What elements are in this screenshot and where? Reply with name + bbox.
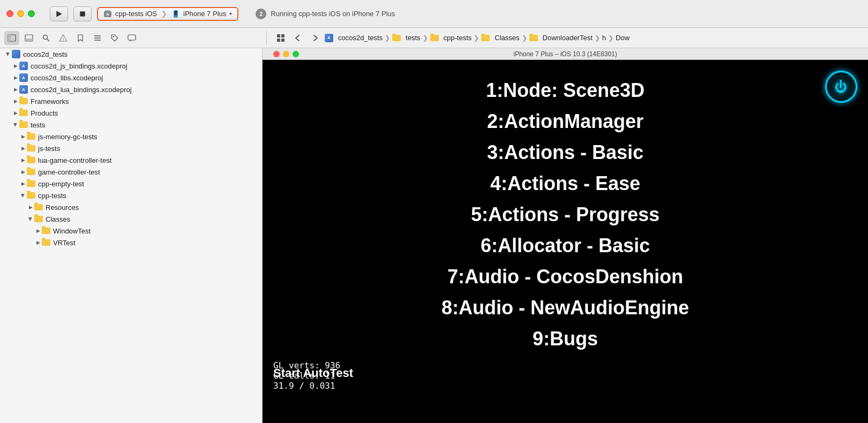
breadcrumb-item-4[interactable]: Classes bbox=[481, 34, 519, 42]
close-button[interactable] bbox=[6, 10, 13, 17]
svg-point-7 bbox=[175, 16, 176, 17]
xcodeproj-icon: A bbox=[19, 62, 28, 70]
stop-button[interactable] bbox=[73, 6, 92, 21]
folder-icon bbox=[481, 35, 490, 41]
sidebar-item-cocos2d_lua_bindings[interactable]: ▶ A cocos2d_lua_bindings.xcodeproj bbox=[0, 84, 262, 95]
power-button[interactable]: ⏻ bbox=[825, 71, 857, 103]
sidebar-item-cpp-empty-test[interactable]: ▶ cpp-empty-test bbox=[0, 178, 262, 190]
folder-icon bbox=[430, 35, 439, 41]
stat-line-2: GL calls: 11 bbox=[273, 371, 340, 381]
folder-icon bbox=[27, 169, 35, 175]
sidebar-item-cpp-tests[interactable]: ▶ cpp-tests bbox=[0, 190, 262, 201]
breadcrumb-bar: A cocos2d_tests ❯ tests ❯ cpp-tests ❯ Cl… bbox=[325, 34, 630, 42]
sidebar-item-cocos2d_tests[interactable]: ▶ cocos2d_tests bbox=[0, 48, 262, 60]
stat-line-1: GL verts: 936 bbox=[273, 360, 340, 371]
menu-item-5[interactable]: 5:Actions - Progress bbox=[471, 200, 660, 229]
folder-icon bbox=[392, 35, 401, 41]
minimize-button[interactable] bbox=[17, 10, 24, 17]
comment-btn[interactable] bbox=[124, 31, 139, 45]
svg-text:A: A bbox=[106, 12, 109, 16]
folder-icon bbox=[34, 204, 43, 210]
scheme-selector[interactable]: A cpp-tests iOS ❯ iPhone 7 Plus ▾ bbox=[97, 7, 238, 21]
list-btn[interactable] bbox=[90, 31, 105, 45]
menu-item-8[interactable]: 8:Audio - NewAudioEngine bbox=[442, 293, 689, 322]
search-btn[interactable] bbox=[39, 31, 54, 45]
sidebar-item-resources[interactable]: ▶ Resources bbox=[0, 201, 262, 213]
run-button[interactable] bbox=[50, 6, 68, 21]
maximize-button[interactable] bbox=[28, 10, 35, 17]
navigator-btn[interactable] bbox=[4, 31, 19, 45]
debug-area-btn[interactable] bbox=[21, 31, 36, 45]
svg-text:!: ! bbox=[63, 37, 64, 42]
expand-arrow: ▶ bbox=[19, 192, 27, 199]
expand-arrow: ▶ bbox=[12, 109, 19, 117]
breadcrumb-item-1[interactable]: A cocos2d_tests bbox=[325, 34, 383, 42]
bookmark-btn[interactable] bbox=[73, 31, 88, 45]
main-content: ▶ cocos2d_tests ▶ A cocos2d_js_bindings.… bbox=[0, 48, 868, 423]
folder-icon bbox=[529, 35, 538, 41]
toolbar-left: ! bbox=[4, 31, 267, 45]
breadcrumb-item-3[interactable]: cpp-tests bbox=[430, 34, 472, 42]
device-name: iPhone 7 Plus bbox=[183, 10, 226, 18]
sidebar-item-products[interactable]: ▶ Products bbox=[0, 107, 262, 119]
breadcrumb-item-7[interactable]: Dow bbox=[616, 34, 630, 42]
breadcrumb-item-2[interactable]: tests bbox=[392, 34, 420, 42]
menu-item-6[interactable]: 6:Allocator - Basic bbox=[481, 231, 650, 260]
overlay-stats: GL verts: 936 GL calls: 11 31.9 / 0.031 bbox=[273, 360, 340, 391]
sidebar-item-lua-game-controller-test[interactable]: ▶ lua-game-controller-test bbox=[0, 154, 262, 166]
title-bar: A cpp-tests iOS ❯ iPhone 7 Plus ▾ 2 Runn… bbox=[0, 0, 868, 28]
menu-item-2[interactable]: 2:ActionManager bbox=[487, 107, 643, 136]
expand-arrow: ▶ bbox=[19, 168, 27, 176]
sidebar-item-windowtest[interactable]: ▶ WindowTest bbox=[0, 225, 262, 237]
xcodeproj-icon: A bbox=[19, 73, 28, 82]
sidebar-item-game-controller-test[interactable]: ▶ game-controller-test bbox=[0, 166, 262, 178]
back-btn[interactable] bbox=[290, 31, 305, 45]
svg-rect-22 bbox=[281, 34, 285, 37]
menu-item-7[interactable]: 7:Audio - CocosDenshion bbox=[447, 262, 683, 291]
forward-btn[interactable] bbox=[308, 31, 323, 45]
expand-arrow: ▶ bbox=[19, 156, 27, 164]
menu-item-9[interactable]: 9:Bugs bbox=[533, 324, 598, 353]
sidebar-item-js-tests[interactable]: ▶ js-tests bbox=[0, 142, 262, 154]
svg-marker-3 bbox=[104, 10, 111, 11]
sim-maximize[interactable] bbox=[293, 51, 299, 57]
expand-arrow: ▶ bbox=[34, 239, 42, 246]
sim-minimize[interactable] bbox=[283, 51, 289, 57]
tag-btn[interactable] bbox=[107, 31, 122, 45]
breadcrumb-item-5[interactable]: DownloaderTest bbox=[529, 34, 593, 42]
svg-rect-1 bbox=[80, 11, 85, 16]
toolbar: ! A cocos2d_tests ❯ bbox=[0, 28, 868, 48]
svg-point-19 bbox=[113, 36, 114, 37]
folder-icon bbox=[27, 145, 35, 152]
folder-icon bbox=[27, 192, 35, 199]
sim-close[interactable] bbox=[273, 51, 280, 57]
expand-arrow: ▶ bbox=[19, 145, 27, 152]
breadcrumb-item-6[interactable]: h bbox=[602, 34, 606, 42]
sim-traffic-lights bbox=[273, 51, 299, 57]
stat-line-3: 31.9 / 0.031 bbox=[273, 381, 340, 391]
simulator-screen: 1:Node: Scene3D 2:ActionManager 3:Action… bbox=[263, 60, 868, 423]
menu-item-4[interactable]: 4:Actions - Ease bbox=[490, 169, 640, 198]
status-badge: 2 bbox=[256, 9, 266, 19]
sidebar-item-tests[interactable]: ▶ tests bbox=[0, 119, 262, 131]
grid-view-btn[interactable] bbox=[273, 31, 288, 45]
menu-item-3[interactable]: 3:Actions - Basic bbox=[487, 138, 643, 167]
xcodeproj-icon: A bbox=[19, 85, 28, 94]
menu-item-1[interactable]: 1:Node: Scene3D bbox=[486, 76, 645, 105]
expand-arrow: ▶ bbox=[19, 133, 27, 140]
title-bar-controls: A cpp-tests iOS ❯ iPhone 7 Plus ▾ bbox=[50, 6, 238, 21]
sidebar-item-js-memory-gc-tests[interactable]: ▶ js-memory-gc-tests bbox=[0, 131, 262, 142]
warning-btn[interactable]: ! bbox=[56, 31, 71, 45]
svg-rect-23 bbox=[277, 39, 280, 42]
sidebar-item-frameworks[interactable]: ▶ Frameworks bbox=[0, 95, 262, 107]
sidebar-item-cocos2d_libs[interactable]: ▶ A cocos2d_libs.xcodeproj bbox=[0, 72, 262, 84]
folder-icon bbox=[42, 239, 50, 246]
simulator-menu: 1:Node: Scene3D 2:ActionManager 3:Action… bbox=[263, 60, 868, 353]
sidebar-item-classes[interactable]: ▶ Classes bbox=[0, 213, 262, 225]
folder-icon bbox=[19, 122, 28, 128]
power-circle: ⏻ bbox=[825, 71, 857, 103]
sidebar-item-vrtest[interactable]: ▶ VRTest bbox=[0, 237, 262, 248]
folder-icon bbox=[19, 98, 28, 104]
sidebar-item-cocos2d_js_bindings[interactable]: ▶ A cocos2d_js_bindings.xcodeproj bbox=[0, 60, 262, 72]
expand-arrow: ▶ bbox=[12, 62, 19, 70]
